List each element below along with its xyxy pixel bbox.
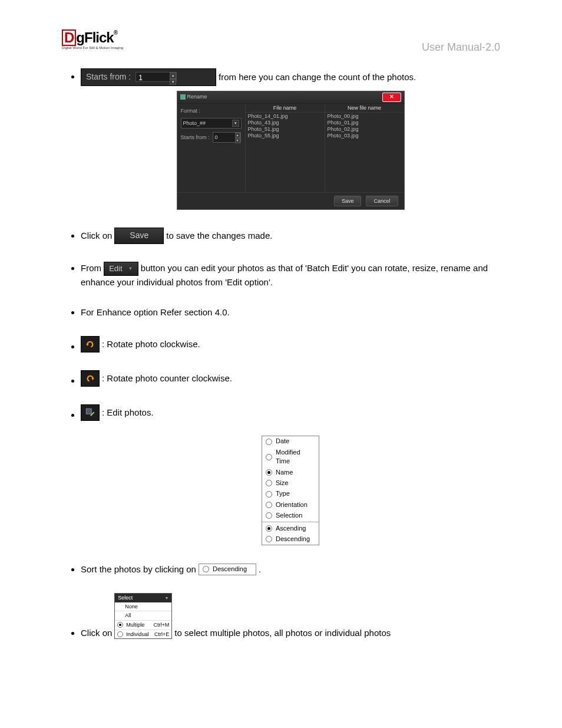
table-row: Photo_43.jpg (248, 120, 322, 126)
bullet-clicksave: Click on Save to save the changes made. (81, 228, 500, 244)
rotate-counterclockwise-icon[interactable] (81, 370, 100, 387)
cancel-button[interactable]: Cancel (366, 196, 398, 207)
rotate-clockwise-icon[interactable] (81, 336, 100, 353)
select-option[interactable]: All (115, 611, 171, 620)
spinner-down-icon: ▼ (170, 79, 176, 85)
format-input[interactable]: Photo_## ▾ (181, 118, 242, 129)
bullet-text: from here you can change the count of th… (219, 71, 416, 83)
table-row: Photo_02.jpg (328, 126, 402, 133)
sort-menu-preview: DateModified TimeNameSizeTypeOrientation… (262, 436, 319, 545)
table-row: Photo_01.jpg (328, 120, 402, 126)
shortcut-text: Ctrl+E (154, 631, 169, 638)
sort-option[interactable]: Modified Time (262, 447, 319, 467)
header-right-text: User Manual-2.0 (422, 41, 500, 54)
bullet-rotate-cw: : Rotate photo clockwise. (81, 336, 500, 353)
radio-icon (117, 631, 123, 637)
select-option-label: None (125, 603, 169, 611)
logo-registered: ® (114, 29, 117, 36)
sort-option-label: Modified Time (276, 448, 315, 466)
save-button[interactable]: Save (334, 196, 362, 207)
rename-dialog: Rename ✕ Format : Photo_## ▾ Starts from… (177, 91, 405, 210)
select-option-label: Multiple (126, 621, 150, 629)
table-row: Photo_55.jpg (248, 133, 322, 139)
radio-icon (266, 469, 272, 476)
sort-option-label: Name (276, 468, 293, 477)
table-row: Photo_51.jpg (248, 126, 322, 133)
sort-option[interactable]: Type (262, 489, 319, 499)
select-option[interactable]: IndividualCtrl+E (115, 630, 171, 639)
spinner-down-icon: ▼ (235, 138, 240, 143)
svg-rect-0 (86, 409, 91, 414)
spinner-up-icon: ▲ (170, 73, 176, 78)
logo-rest: gFlick (76, 29, 113, 45)
dropdown-arrow-icon: ▼ (164, 595, 168, 601)
radio-icon (117, 622, 123, 628)
radio-icon (266, 454, 272, 460)
starts-from-label: Starts from : (86, 71, 131, 83)
bullet-edit: From Edit ▼ button you can edit your pho… (81, 262, 500, 288)
bullet-startsfrom: Starts from : 1 ▲▼ from here you can cha… (81, 68, 500, 210)
dropdown-arrow-icon: ▼ (128, 265, 133, 272)
logo-subtitle: Digital World For Still & Motion Imaging (62, 46, 123, 50)
sort-option[interactable]: Orientation (262, 499, 319, 510)
column-header: New file name (325, 104, 404, 113)
sort-option-label: Date (276, 437, 289, 446)
bullet-edit-photos: : Edit photos. DateModified TimeNameSize… (81, 404, 500, 545)
table-row: Photo_14_01.jpg (248, 113, 322, 120)
shortcut-text: Ctrl+M (154, 621, 170, 629)
starts-from-field[interactable]: Starts from : 1 ▲▼ (81, 68, 216, 86)
radio-icon (266, 480, 272, 486)
sort-option-label: Size (276, 479, 288, 487)
bullet-enhance: For Enhance option Refer section 4.0. (81, 306, 500, 318)
starts-from-input[interactable]: 1 ▲▼ (135, 72, 177, 82)
sort-option[interactable]: Selection (262, 510, 319, 521)
save-button-ref[interactable]: Save (114, 228, 164, 244)
sort-option-label: Type (276, 489, 290, 498)
filename-column: File name Photo_14_01.jpg Photo_43.jpg P… (245, 104, 325, 192)
bullet-select: Click on Select ▼ NoneAllMultipleCtrl+MI… (81, 593, 500, 639)
sort-order-option[interactable]: Ascending (262, 523, 319, 533)
bullet-sort: Sort the photos by clicking on Descendin… (81, 563, 500, 575)
logo-letter-d: D (62, 29, 76, 46)
page-header: DgFlick® Digital World For Still & Motio… (62, 29, 500, 54)
sort-option[interactable]: Name (262, 467, 319, 477)
edit-dropdown[interactable]: Edit ▼ (104, 262, 138, 276)
table-row: Photo_00.jpg (328, 113, 402, 120)
sort-order-option[interactable]: Descending (262, 533, 319, 544)
sort-option-label: Orientation (276, 500, 308, 509)
sort-option[interactable]: Date (262, 436, 319, 447)
radio-icon (266, 439, 272, 445)
select-header-label: Select (118, 594, 133, 602)
sort-menu-inline[interactable]: Descending (199, 564, 256, 575)
sort-option[interactable]: Size (262, 478, 319, 489)
select-option-label: Individual (126, 631, 151, 638)
radio-icon (266, 525, 272, 532)
dropdown-arrow-icon[interactable]: ▾ (232, 120, 239, 127)
format-label: Format : (181, 107, 242, 115)
radio-icon (266, 536, 272, 542)
radio-icon (266, 502, 272, 508)
select-option[interactable]: MultipleCtrl+M (115, 620, 171, 630)
select-option[interactable]: None (115, 602, 171, 611)
logo: DgFlick® Digital World For Still & Motio… (62, 29, 123, 50)
radio-icon (266, 491, 272, 498)
newfilename-column: New file name Photo_00.jpg Photo_01.jpg … (325, 104, 404, 192)
radio-icon (266, 512, 272, 519)
table-row: Photo_03.jpg (328, 133, 402, 139)
spinner[interactable]: ▲▼ (170, 73, 176, 81)
sort-order-label: Descending (276, 535, 310, 543)
dialog-icon (180, 94, 186, 100)
starts-from-label-2: Starts from : (181, 134, 210, 141)
column-header: File name (246, 104, 325, 113)
sort-option-label: Selection (276, 511, 302, 520)
close-button[interactable]: ✕ (382, 93, 401, 102)
sort-order-label: Ascending (276, 524, 306, 533)
dialog-title: Rename (187, 93, 207, 101)
select-menu[interactable]: Select ▼ NoneAllMultipleCtrl+MIndividual… (114, 593, 172, 639)
spinner-up-icon: ▲ (235, 133, 240, 138)
dialog-titlebar: Rename ✕ (177, 91, 404, 104)
edit-photos-icon[interactable] (81, 404, 100, 421)
starts-from-input-2[interactable]: 0 ▲ ▼ (213, 132, 241, 143)
bullet-rotate-ccw: : Rotate photo counter clockwise. (81, 370, 500, 387)
select-option-label: All (125, 612, 169, 620)
